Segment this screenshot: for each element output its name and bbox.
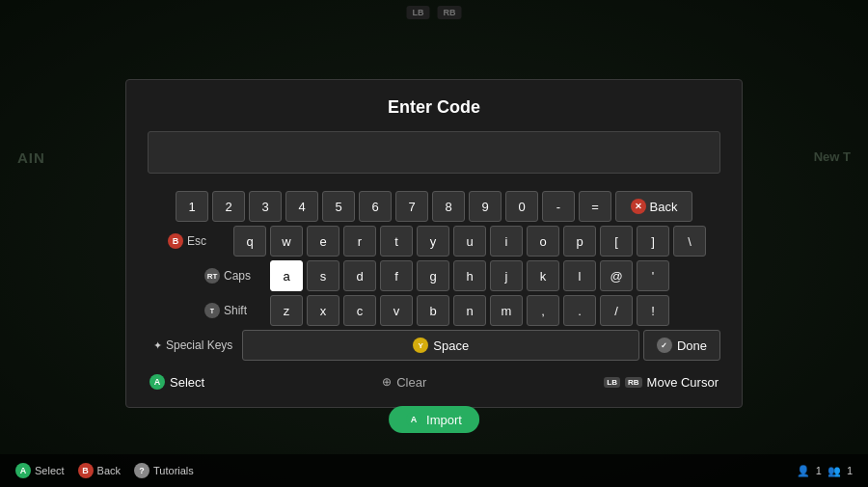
space-label: Space <box>433 338 469 353</box>
clear-action: ⊕ Clear <box>382 375 426 390</box>
key-v[interactable]: v <box>380 295 413 326</box>
key-5[interactable]: 5 <box>322 191 355 222</box>
key-quote[interactable]: ' <box>637 260 669 291</box>
key-d[interactable]: d <box>343 260 376 291</box>
bottom-actions-bar: A Select ⊕ Clear LB RB Move Cursor <box>148 368 720 390</box>
key-comma[interactable]: , <box>527 295 559 326</box>
move-cursor-action: LB RB Move Cursor <box>604 375 719 390</box>
key-c[interactable]: c <box>343 295 376 326</box>
b-icon-esc: B <box>168 233 183 249</box>
key-u[interactable]: u <box>453 226 486 257</box>
footer-back-label: Back <box>97 465 121 476</box>
key-x[interactable]: x <box>307 295 339 326</box>
key-6[interactable]: 6 <box>359 191 392 222</box>
key-o[interactable]: o <box>527 226 559 257</box>
key-rbracket[interactable]: ] <box>637 226 669 257</box>
tutorials-icon: ? <box>134 463 149 478</box>
key-period[interactable]: . <box>563 295 596 326</box>
select-label: Select <box>170 375 204 390</box>
shift-label: Shift <box>224 304 247 317</box>
key-special[interactable]: ✦ Special Keys <box>148 330 238 361</box>
key-3[interactable]: 3 <box>249 191 282 222</box>
footer-back: B Back <box>78 463 121 478</box>
t-icon-shift: T <box>204 303 220 318</box>
key-q[interactable]: q <box>233 226 266 257</box>
key-equals[interactable]: = <box>579 191 611 222</box>
kb-row-qwerty: B Esc q w e r t y u i o p [ ] \ <box>148 226 720 257</box>
b-button-icon: ✕ <box>631 199 646 214</box>
key-caps[interactable]: RT Caps <box>199 260 266 291</box>
key-y[interactable]: y <box>417 226 449 257</box>
select-action: A Select <box>149 374 204 390</box>
key-t[interactable]: t <box>380 226 413 257</box>
footer-select: A Select <box>15 463 65 478</box>
key-0[interactable]: 0 <box>505 191 538 222</box>
footer-right: 👤 1 👥 1 <box>797 465 853 477</box>
key-m[interactable]: m <box>490 295 523 326</box>
key-esc[interactable]: B Esc <box>162 226 230 257</box>
key-minus[interactable]: - <box>542 191 575 222</box>
footer-tutorials-label: Tutorials <box>153 465 194 476</box>
kb-row-asdf: RT Caps a s d f g h j k l @ ' <box>148 260 720 291</box>
key-g[interactable]: g <box>417 260 449 291</box>
footer-bar: A Select B Back ? Tutorials 👤 1 👥 1 <box>0 454 868 487</box>
key-done[interactable]: ✓ Done <box>643 330 720 361</box>
key-j[interactable]: j <box>490 260 523 291</box>
clear-icon: ⊕ <box>382 375 392 389</box>
key-l[interactable]: l <box>563 260 596 291</box>
key-n[interactable]: n <box>453 295 486 326</box>
key-at[interactable]: @ <box>600 260 633 291</box>
player-icon: 👤 <box>797 465 810 477</box>
key-w[interactable]: w <box>270 226 303 257</box>
lb-icon-cursor: LB <box>604 377 620 388</box>
key-9[interactable]: 9 <box>469 191 502 222</box>
key-p[interactable]: p <box>563 226 596 257</box>
key-a[interactable]: a <box>270 260 303 291</box>
footer-select-label: Select <box>35 465 65 476</box>
key-r[interactable]: r <box>343 226 376 257</box>
key-z[interactable]: z <box>270 295 303 326</box>
key-exclaim[interactable]: ! <box>637 295 669 326</box>
a-icon-select: A <box>149 374 165 390</box>
a-icon-import: A <box>406 412 421 427</box>
a-icon-footer: A <box>15 463 31 478</box>
key-lbracket[interactable]: [ <box>600 226 633 257</box>
squad-count: 1 <box>847 465 853 476</box>
key-4[interactable]: 4 <box>285 191 318 222</box>
key-s[interactable]: s <box>307 260 339 291</box>
key-space[interactable]: Y Space <box>242 330 639 361</box>
key-2[interactable]: 2 <box>212 191 245 222</box>
key-1[interactable]: 1 <box>176 191 208 222</box>
kb-row-bottom: ✦ Special Keys Y Space ✓ Done <box>148 330 720 361</box>
modal-title: Enter Code <box>148 97 720 118</box>
footer-actions: A Select B Back ? Tutorials <box>15 463 194 478</box>
player-count: 1 <box>816 465 822 476</box>
key-h[interactable]: h <box>453 260 486 291</box>
key-e[interactable]: e <box>307 226 339 257</box>
rb-icon-cursor: RB <box>625 377 642 388</box>
done-icon: ✓ <box>657 338 672 353</box>
rt-icon-caps: RT <box>204 268 220 284</box>
import-button[interactable]: A Import <box>389 406 479 433</box>
import-label: Import <box>426 413 462 427</box>
key-i[interactable]: i <box>490 226 523 257</box>
key-7[interactable]: 7 <box>395 191 428 222</box>
esc-label: Esc <box>187 234 206 248</box>
virtual-keyboard: 1 2 3 4 5 6 7 8 9 0 - = ✕ Back B <box>148 191 720 390</box>
squad-icon: 👥 <box>827 465 841 477</box>
key-shift[interactable]: T Shift <box>199 295 266 326</box>
enter-code-modal: Enter Code 1 2 3 4 5 6 7 8 9 0 - = ✕ Bac… <box>125 79 743 408</box>
code-input[interactable] <box>148 131 720 174</box>
caps-label: Caps <box>224 269 251 283</box>
key-f[interactable]: f <box>380 260 413 291</box>
key-back[interactable]: ✕ Back <box>615 191 692 222</box>
special-keys-label: Special Keys <box>166 338 232 352</box>
key-b[interactable]: b <box>417 295 449 326</box>
done-label: Done <box>677 338 707 353</box>
key-k[interactable]: k <box>527 260 559 291</box>
key-slash[interactable]: / <box>600 295 633 326</box>
key-backslash[interactable]: \ <box>673 226 706 257</box>
kb-row-numbers: 1 2 3 4 5 6 7 8 9 0 - = ✕ Back <box>148 191 720 222</box>
key-8[interactable]: 8 <box>432 191 465 222</box>
footer-tutorials: ? Tutorials <box>134 463 194 478</box>
